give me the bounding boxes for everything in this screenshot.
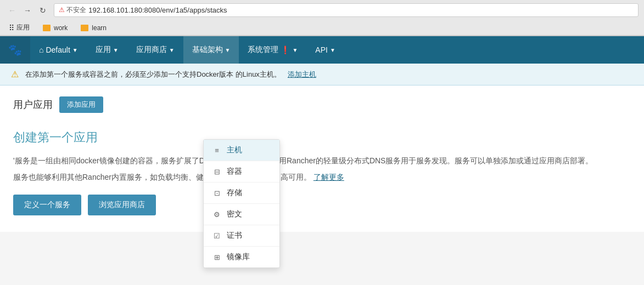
- app-logo: 🐾: [0, 36, 30, 64]
- logo-icon: 🐾: [8, 43, 22, 56]
- main-content: 用户应用 添加应用 创建第一个应用 '服务是一组由相同docker镜像创建的容器…: [0, 86, 644, 232]
- page-title: 用户应用: [13, 98, 53, 111]
- dropdown-item-container[interactable]: ⊟ 容器: [204, 161, 279, 183]
- content-box: 创建第一个应用 '服务是一组由相同docker镜像创建的容器，服务扩展了Dock…: [13, 124, 631, 221]
- security-icon: ⚠ 不安全: [59, 5, 86, 15]
- browse-appstore-button[interactable]: 浏览应用商店: [88, 195, 156, 215]
- secret-icon: ⚙: [212, 210, 221, 219]
- learn-more-link[interactable]: 了解更多: [313, 173, 344, 181]
- registry-icon: ⊞: [212, 253, 221, 261]
- dropdown-item-storage[interactable]: ⊡ 存储: [204, 183, 279, 204]
- app-navbar: 🐾 ⌂ Default ▼ 应用 ▼ 应用商店 ▼ 基础架构 ▼ 系统管理 ❗ …: [0, 36, 644, 64]
- content-desc-2: 服务也能够利用其他Rancher内置服务，如负载均衡、健康监控、升级支持以及高可…: [13, 171, 631, 183]
- dropdown-arrow-appstore: ▼: [169, 47, 175, 53]
- folder-icon-learn: [81, 25, 88, 31]
- alert-bar: ⚠ 在添加第一个服务或容器之前，必须至少添加一个支持Docker版本 的Linu…: [0, 64, 644, 86]
- nav-infra[interactable]: 基础架构 ▼: [183, 36, 239, 64]
- alert-badge: ❗: [281, 45, 290, 54]
- page-header: 用户应用 添加应用: [13, 96, 631, 113]
- browser-chrome: ← → ↻ ⚠ 不安全 192.168.101.180:8080/env/1a5…: [0, 0, 644, 36]
- nav-buttons: ← → ↻: [5, 4, 49, 17]
- bookmarks-bar: ⠿ 应用 work learn: [0, 20, 644, 36]
- address-bar[interactable]: ⚠ 不安全 192.168.101.180:8080/env/1a5/apps/…: [54, 3, 639, 17]
- browser-toolbar: ← → ↻ ⚠ 不安全 192.168.101.180:8080/env/1a5…: [0, 0, 644, 20]
- dropdown-item-registry[interactable]: ⊞ 镜像库: [204, 247, 279, 267]
- container-icon: ⊟: [212, 168, 221, 176]
- forward-button[interactable]: →: [21, 4, 34, 17]
- bookmark-work[interactable]: work: [40, 23, 71, 33]
- refresh-button[interactable]: ↻: [36, 4, 49, 17]
- host-icon: ≡: [212, 146, 221, 155]
- nav-api[interactable]: API ▼: [306, 36, 344, 64]
- bookmark-apps[interactable]: ⠿ 应用: [5, 22, 33, 33]
- add-host-link[interactable]: 添加主机: [288, 70, 316, 79]
- nav-apps[interactable]: 应用 ▼: [87, 36, 127, 64]
- nav-appstore[interactable]: 应用商店 ▼: [127, 36, 183, 64]
- address-text: 192.168.101.180:8080/env/1a5/apps/stacks: [88, 6, 227, 14]
- grid-icon: ⠿: [9, 24, 14, 32]
- folder-icon: [43, 25, 51, 31]
- dropdown-arrow-api: ▼: [330, 47, 335, 53]
- content-title: 创建第一个应用: [13, 129, 631, 146]
- dropdown-arrow-apps: ▼: [113, 47, 119, 53]
- back-button[interactable]: ←: [5, 4, 19, 17]
- nav-system[interactable]: 系统管理 ❗ ▼: [239, 36, 306, 64]
- dropdown-arrow-system: ▼: [292, 47, 298, 53]
- cert-icon: ☑: [212, 232, 221, 240]
- dropdown-item-host[interactable]: ≡ 主机: [204, 140, 279, 161]
- dropdown-arrow-default: ▼: [72, 47, 78, 53]
- nav-default[interactable]: ⌂ Default ▼: [30, 36, 87, 64]
- dropdown-arrow-infra: ▼: [225, 47, 231, 53]
- infra-dropdown-menu: ≡ 主机 ⊟ 容器 ⊡ 存储 ⚙ 密文 ☑ 证书 ⊞ 镜像库: [203, 139, 280, 268]
- action-buttons: 定义一个服务 浏览应用商店: [13, 195, 631, 215]
- add-app-button[interactable]: 添加应用: [59, 96, 103, 113]
- home-icon: ⌂: [39, 45, 43, 54]
- dropdown-item-secret[interactable]: ⚙ 密文: [204, 204, 279, 225]
- storage-icon: ⊡: [212, 189, 221, 197]
- dropdown-item-cert[interactable]: ☑ 证书: [204, 225, 279, 247]
- define-service-button[interactable]: 定义一个服务: [13, 195, 81, 215]
- warning-icon: ⚠: [11, 69, 19, 79]
- alert-text: 在添加第一个服务或容器之前，必须至少添加一个支持Docker版本 的Linux主…: [25, 70, 281, 79]
- bookmark-learn[interactable]: learn: [77, 23, 110, 33]
- content-desc-1: '服务是一组由相同docker镜像创建的容器，服务扩展了Docker的"link…: [13, 155, 631, 167]
